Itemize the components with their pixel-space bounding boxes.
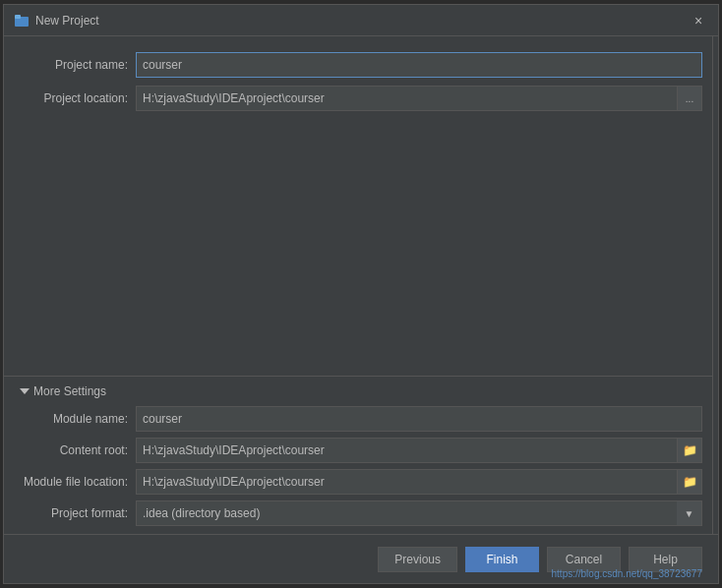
more-settings-toggle[interactable]: More Settings	[20, 384, 702, 398]
module-file-location-label: Module file location:	[20, 475, 128, 489]
finish-button[interactable]: Finish	[465, 547, 539, 572]
module-file-location-row: Module file location: 📁	[20, 469, 702, 495]
bottom-bar: Previous Finish Cancel Help https://blog…	[4, 534, 718, 583]
project-name-label: Project name:	[20, 58, 128, 72]
folder-icon: 📁	[683, 443, 697, 457]
svg-rect-1	[15, 15, 21, 19]
project-icon	[14, 13, 30, 29]
content-root-browse-button[interactable]: 📁	[677, 438, 702, 463]
module-file-location-input[interactable]	[136, 469, 677, 495]
content-spacer	[20, 119, 702, 368]
project-format-select-wrapper: .idea (directory based) .ipr (file based…	[136, 500, 702, 526]
module-file-location-wrapper: 📁	[136, 469, 702, 495]
collapse-triangle-icon	[20, 388, 30, 394]
new-project-dialog: New Project × Project name: Project loca…	[3, 4, 719, 584]
project-location-row: Project location: ...	[20, 86, 702, 111]
content-root-field-wrapper: 📁	[136, 438, 702, 463]
content-root-label: Content root:	[20, 443, 128, 457]
module-name-label: Module name:	[20, 412, 128, 426]
more-settings-section: More Settings Module name: Content root:…	[4, 376, 718, 534]
folder-icon-2: 📁	[683, 475, 697, 489]
module-file-location-browse-button[interactable]: 📁	[677, 469, 702, 495]
project-format-dropdown-button[interactable]: ▼	[677, 500, 702, 526]
title-bar-left: New Project	[14, 13, 99, 29]
module-name-row: Module name:	[20, 406, 702, 432]
content-root-row: Content root: 📁	[20, 438, 702, 463]
project-name-input[interactable]	[136, 52, 702, 78]
watermark-text: https://blog.csdn.net/qq_38723677	[552, 568, 702, 579]
content-root-input[interactable]	[136, 438, 677, 463]
project-format-row: Project format: .idea (directory based) …	[20, 500, 702, 526]
scroll-indicator[interactable]	[712, 36, 718, 534]
previous-button[interactable]: Previous	[378, 547, 457, 572]
close-button[interactable]: ×	[689, 11, 708, 30]
project-location-browse-button[interactable]: ...	[677, 86, 702, 111]
project-format-label: Project format:	[20, 506, 128, 520]
dialog-title: New Project	[35, 14, 99, 28]
title-bar: New Project ×	[4, 5, 718, 36]
project-location-field-wrapper: ...	[136, 86, 702, 111]
more-settings-fields: Module name: Content root: 📁 Module file…	[20, 406, 702, 526]
project-format-select[interactable]: .idea (directory based) .ipr (file based…	[136, 500, 677, 526]
project-name-row: Project name:	[20, 52, 702, 78]
dialog-content: Project name: Project location: ...	[4, 36, 718, 376]
module-name-input[interactable]	[136, 406, 702, 432]
project-location-input[interactable]	[136, 86, 677, 111]
project-location-label: Project location:	[20, 91, 128, 105]
more-settings-label: More Settings	[33, 384, 106, 398]
